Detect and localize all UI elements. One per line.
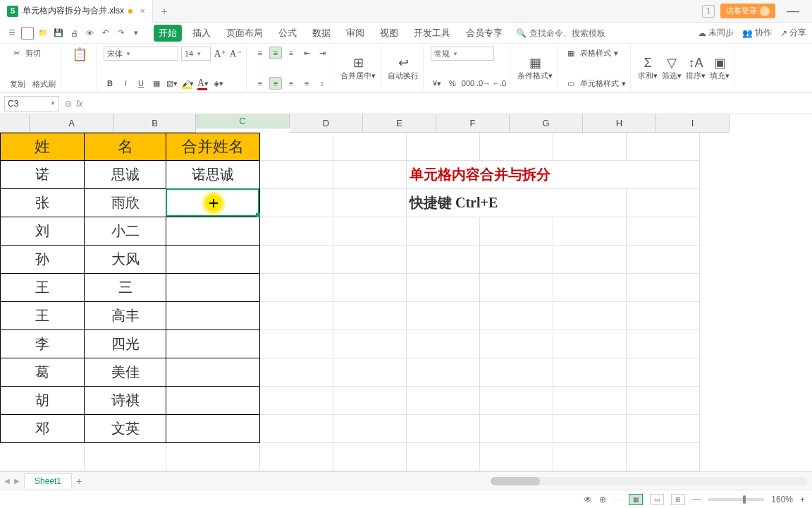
font-size-select[interactable]: 14▼ [181, 47, 211, 61]
cell-B12[interactable] [85, 443, 166, 471]
cell-E6[interactable] [333, 274, 407, 302]
cell-C4[interactable] [166, 217, 260, 246]
cell-D5[interactable] [260, 246, 333, 274]
column-header-H[interactable]: H [583, 114, 656, 133]
cell-E7[interactable] [333, 302, 407, 330]
page-layout-view-button[interactable]: ▭ [650, 494, 664, 505]
cell-I11[interactable] [627, 415, 700, 443]
font-name-select[interactable]: 宋体▼ [104, 47, 178, 61]
cell-F6[interactable] [407, 274, 480, 302]
justify-icon[interactable]: ≡ [300, 77, 313, 90]
menu-icon[interactable]: ☰ [6, 27, 18, 40]
decrease-indent-icon[interactable]: ⇤ [300, 47, 313, 59]
cell-H1[interactable] [553, 133, 627, 161]
borders-icon[interactable]: ▦ [150, 77, 163, 90]
sum-button[interactable]: Σ求和▾ [638, 55, 658, 81]
search-box[interactable]: 🔍 [516, 28, 614, 38]
cell-H9[interactable] [553, 358, 627, 387]
copy-button[interactable]: 复制 [10, 79, 25, 90]
cell-G11[interactable] [480, 415, 553, 443]
decrease-font-icon[interactable]: A⁻ [229, 47, 242, 60]
cell-I9[interactable] [627, 358, 700, 387]
cell-E1[interactable] [333, 133, 407, 161]
cell-F1[interactable] [407, 133, 480, 161]
column-header-A[interactable]: A [30, 114, 114, 133]
column-header-F[interactable]: F [436, 114, 510, 133]
comma-icon[interactable]: 000 [462, 77, 474, 90]
cell-A10[interactable]: 胡 [0, 387, 85, 415]
ribbon-tab-公式[interactable]: 公式 [273, 25, 302, 42]
align-right-icon[interactable]: ≡ [285, 77, 297, 90]
cell-B10[interactable]: 诗祺 [85, 387, 166, 415]
new-tab-button[interactable]: + [153, 6, 176, 17]
cell-B6[interactable]: 三 [85, 274, 166, 302]
redo-icon[interactable]: ↷ [114, 27, 127, 40]
add-sheet-button[interactable]: + [76, 476, 82, 487]
minimize-button[interactable]: — [781, 4, 805, 18]
cell-D6[interactable] [260, 274, 333, 302]
fx-icon[interactable]: fx [76, 99, 82, 109]
cell-A8[interactable]: 李 [0, 330, 85, 358]
align-top-icon[interactable]: ≡ [254, 47, 266, 59]
normal-view-button[interactable]: ▦ [629, 494, 643, 505]
cell-E9[interactable] [333, 358, 407, 387]
cell-B2[interactable]: 思诚 [85, 161, 166, 189]
cell-H7[interactable] [553, 302, 627, 330]
cell-A11[interactable]: 邓 [0, 415, 85, 443]
cell-E3[interactable] [333, 189, 407, 217]
cell-A7[interactable]: 王 [0, 302, 85, 330]
cell-F9[interactable] [407, 358, 480, 387]
paste-button[interactable]: 📋 [72, 47, 87, 62]
cell-D11[interactable] [260, 415, 333, 443]
column-header-B[interactable]: B [114, 114, 196, 133]
sheet-nav-next[interactable]: ▶ [14, 477, 20, 485]
cell-E4[interactable] [333, 217, 407, 246]
cell-I8[interactable] [627, 330, 700, 358]
number-format-select[interactable]: 常规▼ [431, 47, 494, 61]
cell-A12[interactable] [0, 443, 85, 471]
cell-C10[interactable] [166, 387, 260, 415]
cell-E12[interactable] [333, 443, 407, 471]
cell-G7[interactable] [480, 302, 553, 330]
percent-icon[interactable]: % [446, 77, 459, 90]
align-left-icon[interactable]: ≡ [254, 77, 266, 90]
cell-F3[interactable]: 快捷键 Ctrl+E [407, 189, 627, 217]
cut-icon[interactable]: ✂ [10, 47, 23, 59]
search-input[interactable] [529, 28, 614, 38]
font-color-icon[interactable]: A▾ [197, 77, 209, 90]
horizontal-scrollbar[interactable] [491, 477, 808, 485]
cell-E2[interactable] [333, 161, 407, 189]
cell-I7[interactable] [627, 302, 700, 330]
orientation-icon[interactable]: ↕ [316, 77, 328, 90]
close-tab-icon[interactable]: ✕ [140, 7, 145, 15]
cell-I6[interactable] [627, 274, 700, 302]
align-middle-icon[interactable]: ≡ [269, 47, 282, 59]
cell-I12[interactable] [627, 443, 700, 471]
filter-button[interactable]: ▽筛选▾ [662, 55, 682, 81]
cell-A9[interactable]: 葛 [0, 358, 85, 387]
column-header-D[interactable]: D [290, 114, 363, 133]
cell-B3[interactable]: 雨欣 [85, 189, 166, 217]
cell-H11[interactable] [553, 415, 627, 443]
align-bottom-icon[interactable]: ≡ [285, 47, 297, 59]
ribbon-tab-数据[interactable]: 数据 [307, 25, 336, 42]
zoom-value[interactable]: 160% [771, 495, 793, 504]
fill-color-icon[interactable]: 🖌▾ [181, 77, 194, 90]
ribbon-tab-插入[interactable]: 插入 [187, 25, 216, 42]
cell-A2[interactable]: 诺 [0, 161, 85, 189]
cell-D9[interactable] [260, 358, 333, 387]
window-mode-icon[interactable]: 1 [702, 5, 715, 18]
cell-A5[interactable]: 孙 [0, 246, 85, 274]
ribbon-tab-会员专享[interactable]: 会员专享 [461, 25, 508, 42]
cell-D3[interactable] [260, 189, 333, 217]
increase-decimal-icon[interactable]: .0→ [477, 77, 490, 90]
eye-mode-icon[interactable]: 👁 [584, 495, 592, 504]
new-file-icon[interactable] [21, 27, 34, 40]
sync-status[interactable]: ☁ 未同步 [698, 27, 734, 39]
cell-D8[interactable] [260, 330, 333, 358]
print-icon[interactable]: 🖨 [68, 27, 80, 40]
cell-G1[interactable] [480, 133, 553, 161]
sheet-tab[interactable]: Sheet1 [24, 473, 72, 488]
cell-E5[interactable] [333, 246, 407, 274]
cell-F10[interactable] [407, 387, 480, 415]
